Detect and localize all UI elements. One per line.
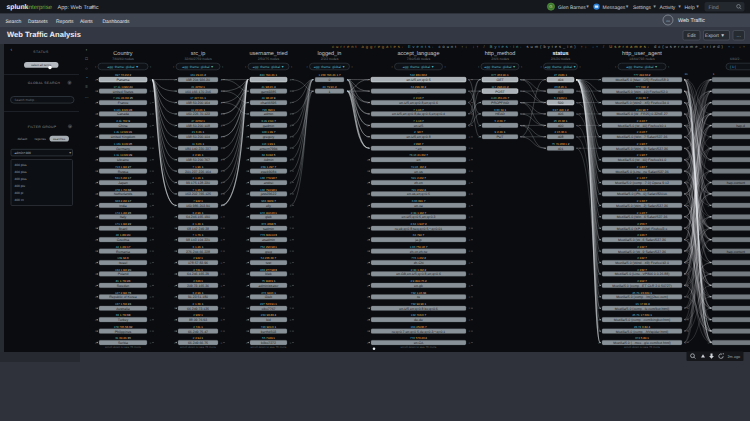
svg-text:45.7K 23.364 1: 45.7K 23.364 1: [632, 291, 652, 295]
svg-text:gans9385: gans9385: [261, 90, 276, 94]
svg-text:160.226.70.123: 160.226.70.123: [186, 112, 210, 116]
svg-text:( 1 (: ( 1 (: [730, 65, 737, 69]
svg-text:3.14k 8.9M 23: 3.14k 8.9M 23: [114, 108, 133, 112]
svg-text:asadmin: asadmin: [262, 238, 275, 242]
svg-text:en-US,en;q=0.5: en-US,en;q=0.5: [406, 78, 430, 82]
svg-text:GLOBAL SEARCH: GLOBAL SEARCH: [28, 81, 61, 85]
svg-text:209.73.165.36: 209.73.165.36: [187, 284, 209, 288]
svg-text:160.166.170.216: 160.166.170.216: [185, 90, 211, 94]
svg-text:Mozilla/5.0 (comp.../t/t/spide: Mozilla/5.0 (comp.../t/t/spider.html): [616, 330, 668, 334]
svg-text:7 942 1: 7 942 1: [193, 199, 203, 203]
svg-text:Mozilla/5.0 (comp...7.0) Opera: Mozilla/5.0 (comp...7.0) Opera 9.12: [615, 181, 669, 185]
svg-text:en: en: [417, 158, 421, 162]
svg-text:128 1.99 7: 128 1.99 7: [262, 130, 276, 134]
svg-text:2 2.9d 1: 2 2.9d 1: [193, 336, 204, 340]
svg-text:en-ca: en-ca: [414, 204, 423, 208]
svg-text:64.246.165.190: 64.246.165.190: [186, 215, 210, 219]
svg-text:45.7K 17.364 1: 45.7K 17.364 1: [632, 313, 652, 317]
svg-text:Export ▼: Export ▼: [705, 33, 725, 39]
svg-text:34 3.094 5: 34 3.094 5: [262, 153, 276, 157]
svg-text:132 703.6 7: 132 703.6 7: [411, 313, 427, 317]
svg-text:STATUS: STATUS: [33, 50, 49, 54]
svg-text:500: 500: [558, 101, 564, 105]
svg-text:Mozilla/5.0 (Mac...OS) Firefox: Mozilla/5.0 (Mac...OS) Firefox/58.0: [615, 78, 668, 82]
svg-text:25 15.36 1: 25 15.36 1: [554, 119, 568, 123]
svg-text:201.237.226.164: 201.237.226.164: [185, 170, 211, 174]
svg-text:73.16 21.3M 7: 73.16 21.3M 7: [409, 153, 428, 157]
svg-text:3 2.9K 1: 3 2.9K 1: [193, 291, 204, 295]
svg-text:32/60/2759 nodes: 32/60/2759 nodes: [184, 57, 211, 61]
svg-text:HEAD: HEAD: [495, 112, 505, 116]
svg-text:41 98.2K 4: 41 98.2K 4: [261, 85, 275, 89]
svg-text:▼: ▼: [69, 151, 72, 155]
svg-text:2 242 7: 2 242 7: [637, 256, 647, 260]
svg-text:kid: kid: [266, 318, 270, 322]
svg-text:2 741 1: 2 741 1: [193, 268, 203, 272]
svg-text:234 93.83 4: 234 93.83 4: [261, 313, 277, 317]
svg-text:bleb: bleb: [265, 272, 272, 276]
svg-text:Mozilla/5.0 (W...6 Safari/537.: Mozilla/5.0 (W...6 Safari/537.36: [618, 238, 666, 242]
svg-text:Mozilla/5.0 (W...9 Safari/537.: Mozilla/5.0 (W...9 Safari/537.36: [618, 250, 666, 254]
svg-text:--: --: [267, 78, 269, 82]
svg-text:2 1.86 7: 2 1.86 7: [637, 165, 648, 169]
svg-text:Mozilla/5.0 (Win2...X5) Firefo: Mozilla/5.0 (Win2...X5) Firefox/34.0: [615, 101, 669, 105]
svg-text:xibo7767: xibo7767: [262, 307, 276, 311]
svg-text:logged_in: logged_in: [318, 51, 342, 57]
svg-text:137 1.5M 24: 137 1.5M 24: [115, 302, 132, 306]
svg-text:21 225M 1: 21 225M 1: [191, 85, 205, 89]
svg-text:ja-jp: ja-jp: [414, 238, 422, 242]
svg-text:7 1.7K 1: 7 1.7K 1: [193, 233, 204, 237]
svg-text:2 1.46 7: 2 1.46 7: [637, 176, 648, 180]
svg-text:18/60/793 nodes: 18/60/793 nodes: [629, 57, 655, 61]
svg-text:agg: theme: global ▼: agg: theme: global ▼: [626, 65, 657, 69]
svg-text:54 235.36 7: 54 235.36 7: [261, 256, 277, 260]
svg-text:Mozilla/5.0 (XP...60M) Firefox: Mozilla/5.0 (XP...60M) Firefox/3.x: [617, 227, 668, 231]
svg-text:PUT: PUT: [497, 135, 505, 139]
svg-text:Mozilla/5.0 (comp...ET CLR 2.0: Mozilla/5.0 (comp...ET CLR 2.0.50727): [612, 284, 671, 288]
svg-text:2 942 1: 2 942 1: [193, 256, 203, 260]
svg-text:46 1.8M 20: 46 1.8M 20: [116, 233, 131, 237]
svg-text:scroll down to see 76 more: scroll down to see 76 more: [251, 345, 287, 349]
svg-text:91.23.51.180: 91.23.51.180: [188, 295, 208, 299]
svg-text:697 76.2M 2: 697 76.2M 2: [115, 73, 132, 77]
svg-text:Mozilla/5.0 (W...10) Firefox/4: Mozilla/5.0 (W...10) Firefox/40.1: [618, 124, 667, 128]
svg-text:134 45036 7: 134 45036 7: [410, 325, 427, 329]
svg-text:…: …: [736, 33, 741, 39]
svg-text:Mozilla/5.0 (W...10) Firefox/4: Mozilla/5.0 (W...10) Firefox/41.0: [618, 158, 667, 162]
svg-text:127 2.9M 76: 127 2.9M 76: [115, 291, 132, 295]
svg-text:174 1.4M 26: 174 1.4M 26: [115, 211, 132, 215]
svg-text:agg: theme: global ▼: agg: theme: global ▼: [253, 65, 284, 69]
svg-text:198.50.200.108: 198.50.200.108: [186, 124, 210, 128]
svg-text:27 218K 1: 27 218K 1: [554, 73, 568, 77]
svg-text:343 2.2M 17: 343 2.2M 17: [115, 199, 132, 203]
svg-text:2 1.26 7: 2 1.26 7: [637, 211, 648, 215]
svg-text:Mozilla/5.0 (Linu...ne Safari/: Mozilla/5.0 (Linu...ne Safari/537.36: [615, 170, 668, 174]
svg-text:404: 404: [558, 78, 564, 82]
svg-text:admin: admin: [264, 112, 273, 116]
svg-text:1.4k 12.9M 21: 1.4k 12.9M 21: [114, 130, 133, 134]
svg-text:198.50.200.164: 198.50.200.164: [186, 101, 210, 105]
svg-text:178 765.58 32: 178 765.58 32: [114, 325, 133, 329]
svg-text:776 1.2M 2: 776 1.2M 2: [411, 256, 426, 260]
svg-text:478 1.7M 68: 478 1.7M 68: [115, 188, 132, 192]
svg-text:66.249.75.47: 66.249.75.47: [188, 330, 208, 334]
svg-text:2 1.2K 1: 2 1.2K 1: [193, 176, 204, 180]
svg-text:zweb9084: zweb9084: [261, 170, 277, 174]
svg-text:zh-CN: zh-CN: [414, 261, 424, 265]
svg-text:2 1.36 7: 2 1.36 7: [637, 188, 648, 192]
svg-text:406: 406: [558, 112, 564, 116]
svg-text:2 20.96 7: 2 20.96 7: [636, 108, 648, 112]
svg-text:7 1.9K 1: 7 1.9K 1: [193, 165, 204, 169]
svg-text:Mozilla/5.0 (Win...6 Safari/53: Mozilla/5.0 (Win...6 Safari/537.36: [617, 215, 668, 219]
svg-text:17.1k 109M 40: 17.1k 109M 40: [113, 85, 133, 89]
svg-text:2.34 1.947 2: 2.34 1.947 2: [410, 222, 426, 226]
svg-text:2.34 1.3M 2: 2.34 1.3M 2: [411, 268, 427, 272]
svg-text:co: co: [666, 19, 670, 23]
svg-text:2 232 7: 2 232 7: [637, 268, 647, 272]
svg-text:276 9246 1: 276 9246 1: [261, 291, 276, 295]
svg-text:Mozilla/5.0 (comp...com/bingbo: Mozilla/5.0 (comp...com/bingbot.htm): [614, 318, 670, 322]
svg-text:99.175.128.230: 99.175.128.230: [186, 181, 210, 185]
svg-text:zh-cn,zh-tw: zh-cn,zh-tw: [410, 250, 428, 254]
svg-text:239 1.297 7: 239 1.297 7: [261, 165, 277, 169]
svg-text:ru;q=0.7,en;q=0.5,de;q=0.3,*;q: ru;q=0.7,en;q=0.5,de;q=0.3,*;q=0.1: [392, 330, 446, 334]
